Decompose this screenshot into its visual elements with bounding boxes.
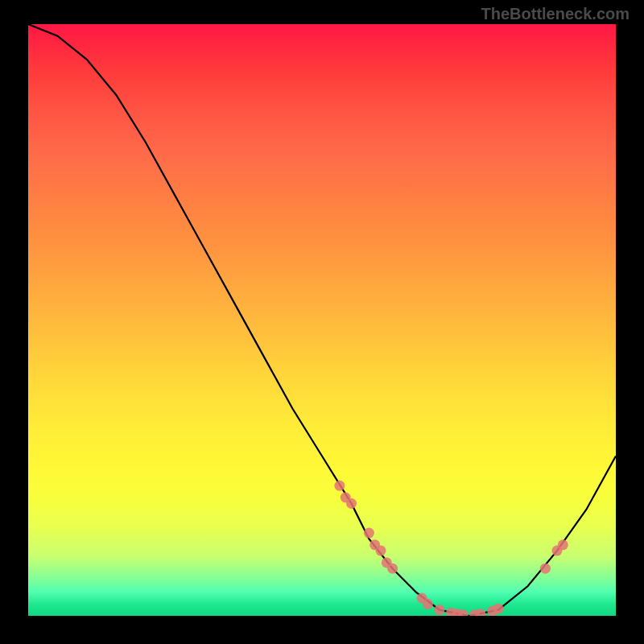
bottleneck-curve bbox=[28, 24, 616, 616]
chart-container: TheBottleneck.com bbox=[0, 0, 644, 644]
data-point bbox=[558, 539, 568, 550]
data-point bbox=[493, 604, 504, 614]
data-point bbox=[346, 498, 357, 509]
data-point bbox=[476, 609, 486, 616]
curve-line bbox=[28, 24, 616, 616]
data-point bbox=[334, 481, 345, 491]
plot-area bbox=[28, 24, 616, 616]
curve-svg bbox=[28, 24, 616, 616]
data-point bbox=[364, 528, 374, 539]
data-point bbox=[387, 564, 398, 574]
data-point bbox=[540, 564, 551, 574]
data-point bbox=[423, 599, 433, 609]
data-points-group bbox=[334, 481, 568, 616]
data-point bbox=[376, 546, 386, 556]
watermark-text: TheBottleneck.com bbox=[481, 5, 630, 23]
data-point bbox=[435, 605, 445, 615]
